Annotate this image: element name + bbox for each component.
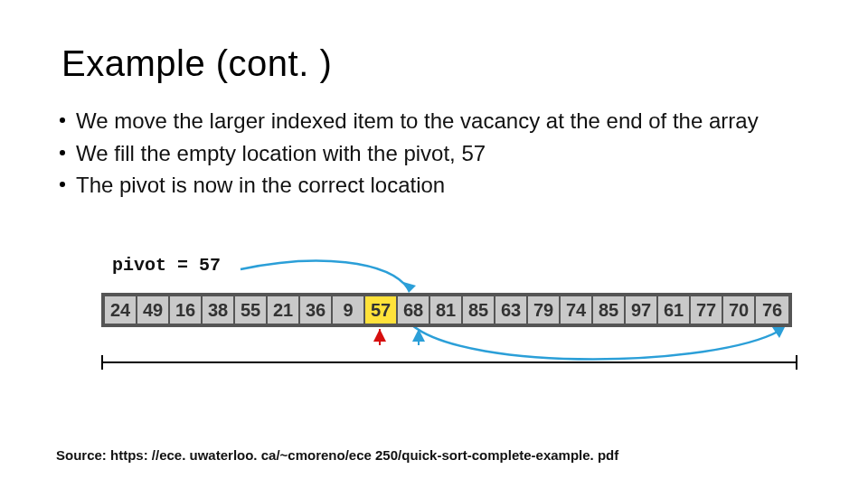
- array-cell: 36: [300, 296, 333, 324]
- array-cell: 79: [528, 296, 561, 324]
- array-cell: 74: [561, 296, 593, 324]
- array-cell: 85: [593, 296, 626, 324]
- array-cell: 55: [235, 296, 268, 324]
- curve-pivot-to-cell-icon: [90, 255, 452, 298]
- array-cell: 81: [430, 296, 463, 324]
- array-row: 24 49 16 38 55 21 36 9 57 68 81 85 63 79…: [101, 293, 792, 327]
- blue-pointer-icon: [412, 329, 425, 342]
- slide-title: Example (cont. ): [61, 43, 332, 84]
- array-cell: 97: [626, 296, 658, 324]
- array-cell: 70: [723, 296, 756, 324]
- array-cell: 49: [137, 296, 170, 324]
- array-cell: 77: [691, 296, 723, 324]
- array-cell-pivot: 57: [365, 296, 398, 324]
- array-cell: 63: [495, 296, 528, 324]
- array-cell: 85: [463, 296, 495, 324]
- array-cell: 9: [333, 296, 365, 324]
- array-cell: 68: [398, 296, 430, 324]
- red-pointer-icon: [373, 329, 386, 342]
- array-cell: 61: [658, 296, 691, 324]
- bullet-item: We move the larger indexed item to the v…: [56, 107, 832, 136]
- array-cell: 21: [268, 296, 300, 324]
- source-citation: Source: https: //ece. uwaterloo. ca/~cmo…: [56, 447, 618, 463]
- bullet-item: The pivot is now in the correct location: [56, 171, 832, 200]
- array-cell: 76: [756, 296, 788, 324]
- range-span-icon: [101, 361, 797, 363]
- slide: Example (cont. ) We move the larger inde…: [0, 0, 868, 488]
- array-cell: 16: [170, 296, 203, 324]
- bullet-item: We fill the empty location with the pivo…: [56, 139, 832, 168]
- array-cell: 38: [203, 296, 235, 324]
- svg-marker-0: [403, 282, 416, 293]
- array-figure: pivot = 57 24 49 16 38 55 21 36 9 57 68 …: [90, 255, 832, 390]
- array-cell: 24: [105, 296, 137, 324]
- bullet-list: We move the larger indexed item to the v…: [56, 107, 832, 203]
